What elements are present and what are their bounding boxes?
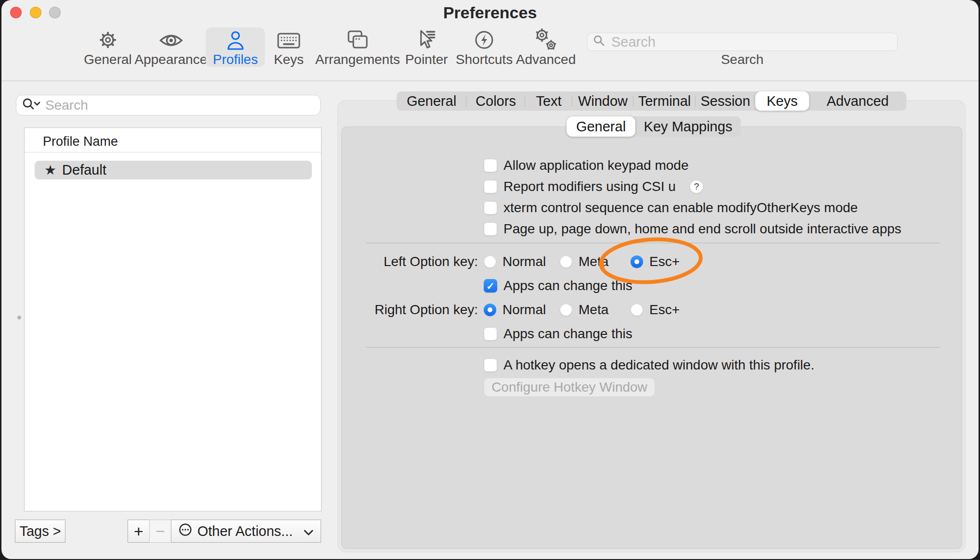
- checkbox-label: Allow application keypad mode: [503, 158, 688, 173]
- checkbox-label: Page up, page down, home and end scroll …: [503, 222, 902, 236]
- checkbox-hotkey-window[interactable]: [484, 358, 497, 372]
- toolbar-item-label: General: [84, 52, 132, 67]
- checkbox-label: Apps can change this: [503, 327, 632, 341]
- radio-label: Meta: [579, 255, 608, 269]
- subtab-general[interactable]: General: [567, 116, 635, 137]
- help-button[interactable]: ?: [690, 180, 703, 193]
- radio-icon[interactable]: [560, 304, 572, 316]
- radio-label: Esc+: [649, 255, 680, 269]
- checkbox-right-apps-can-change[interactable]: [484, 327, 497, 341]
- profile-search-input[interactable]: [44, 97, 314, 114]
- checkbox-row: xterm control sequence can enable modify…: [484, 201, 858, 215]
- toolbar-item-label: Keys: [274, 52, 304, 67]
- toolbar-item-pointer[interactable]: Pointer: [398, 27, 455, 67]
- toolbar-item-appearance[interactable]: Appearance: [127, 27, 214, 67]
- checkbox-row: A hotkey opens a dedicated window with t…: [484, 358, 814, 372]
- checkbox-label: xterm control sequence can enable modify…: [503, 201, 858, 215]
- radio-icon[interactable]: [560, 255, 572, 268]
- checkbox-modify-other-keys[interactable]: [484, 201, 497, 215]
- checkbox-page-scroll[interactable]: [484, 222, 497, 236]
- radio-right-esc[interactable]: Esc+: [631, 303, 680, 317]
- gears-icon: [533, 28, 558, 51]
- checkbox-csi-u[interactable]: [484, 180, 497, 193]
- subtab-key-mappings[interactable]: Key Mappings: [635, 116, 741, 137]
- toolbar-item-label: Pointer: [405, 52, 448, 67]
- toolbar-search-input[interactable]: [610, 34, 891, 51]
- ellipsis-circle-icon: [178, 522, 193, 540]
- toolbar-item-label: Arrangements: [315, 52, 400, 67]
- configure-hotkey-window-button: Configure Hotkey Window: [484, 378, 655, 397]
- checkbox-row: Allow application keypad mode: [484, 158, 688, 173]
- tab-general[interactable]: General: [397, 91, 466, 111]
- cursor-icon: [415, 28, 438, 51]
- radio-right-meta[interactable]: Meta: [560, 303, 608, 317]
- toolbar-item-keys[interactable]: Keys: [267, 27, 311, 67]
- gear-icon: [97, 28, 119, 51]
- profile-list-header: Profile Name: [43, 134, 118, 149]
- tab-text[interactable]: Text: [525, 91, 572, 111]
- radio-label: Meta: [579, 303, 608, 317]
- toolbar-item-label: Shortcuts: [456, 52, 513, 67]
- radio-label: Esc+: [649, 303, 680, 317]
- profile-name: Default: [62, 162, 106, 178]
- toolbar-item-advanced[interactable]: Advanced: [509, 27, 583, 67]
- eye-icon: [158, 28, 183, 51]
- tab-terminal[interactable]: Terminal: [633, 91, 696, 111]
- radio-icon-selected[interactable]: [631, 255, 643, 268]
- tab-window[interactable]: Window: [572, 91, 633, 111]
- radio-icon-selected[interactable]: [484, 304, 496, 316]
- radio-right-normal[interactable]: Normal: [484, 303, 546, 317]
- window-title: Preferences: [1, 3, 979, 22]
- section-divider: [366, 242, 940, 243]
- toolbar-item-label: Advanced: [516, 52, 576, 67]
- toolbar-item-arrangements[interactable]: Arrangements: [308, 27, 407, 67]
- radio-icon[interactable]: [484, 255, 496, 268]
- screenshot: Preferences: [0, 0, 980, 560]
- section-divider: [366, 347, 940, 348]
- toolbar-divider: [1, 80, 979, 81]
- person-icon: [224, 28, 246, 51]
- radio-left-esc[interactable]: Esc+: [631, 255, 680, 269]
- star-icon: ★: [44, 161, 56, 179]
- checkbox-label: Apps can change this: [503, 279, 632, 293]
- toolbar-item-label: Appearance: [134, 52, 207, 67]
- keys-subtabs: General Key Mappings: [567, 116, 741, 137]
- other-actions-dropdown[interactable]: Other Actions...: [171, 520, 321, 543]
- checkbox-keypad-mode[interactable]: [484, 159, 497, 172]
- checkbox-row: Apps can change this: [484, 327, 632, 341]
- checkbox-row: Apps can change this: [484, 279, 632, 293]
- left-option-key-label: Left Option key:: [334, 255, 478, 269]
- search-filter-icon: [22, 98, 40, 113]
- tab-session[interactable]: Session: [696, 91, 755, 111]
- tags-button[interactable]: Tags >: [15, 520, 65, 543]
- checkbox-row: Report modifiers using CSI u ?: [484, 179, 703, 194]
- tab-keys[interactable]: Keys: [755, 91, 809, 111]
- checkbox-label: Report modifiers using CSI u: [503, 179, 676, 194]
- radio-label: Normal: [503, 255, 546, 269]
- checkbox-left-apps-can-change[interactable]: [484, 279, 497, 293]
- window-edge-dot: [17, 316, 21, 319]
- profile-row-default[interactable]: ★ Default: [35, 161, 312, 179]
- search-icon: [593, 35, 606, 49]
- tab-advanced[interactable]: Advanced: [809, 91, 906, 111]
- add-profile-button[interactable]: +: [128, 520, 150, 543]
- toolbar-item-profiles[interactable]: Profiles: [206, 27, 265, 67]
- keyboard-icon: [276, 28, 301, 51]
- profile-list-header-divider: [25, 152, 321, 153]
- profile-tabs: General Colors Text Window Terminal Sess…: [397, 91, 906, 111]
- radio-left-meta[interactable]: Meta: [560, 255, 608, 269]
- preferences-window: Preferences: [1, 0, 979, 559]
- profile-search-field[interactable]: [16, 95, 321, 115]
- tab-colors[interactable]: Colors: [466, 91, 525, 111]
- chevron-down-icon: [303, 523, 314, 539]
- toolbar-item-label: Profiles: [213, 52, 258, 67]
- radio-icon[interactable]: [631, 304, 643, 316]
- right-option-key-label: Right Option key:: [334, 303, 478, 317]
- toolbar-search-field[interactable]: [587, 33, 898, 51]
- lightning-icon: [473, 28, 495, 51]
- checkbox-label: A hotkey opens a dedicated window with t…: [503, 358, 814, 372]
- windows-icon: [346, 28, 370, 51]
- remove-profile-button: −: [149, 520, 171, 543]
- profile-list: Profile Name ★ Default: [24, 127, 322, 511]
- radio-left-normal[interactable]: Normal: [484, 255, 546, 269]
